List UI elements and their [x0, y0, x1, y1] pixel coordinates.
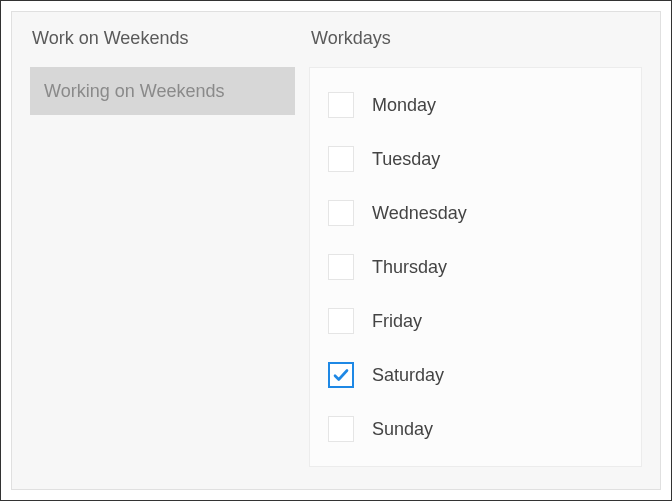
- day-label-sunday: Sunday: [372, 419, 433, 440]
- working-on-weekends-input[interactable]: Working on Weekends: [30, 67, 295, 115]
- work-on-weekends-column: Work on Weekends Working on Weekends: [30, 28, 295, 473]
- day-row-tuesday[interactable]: Tuesday: [310, 132, 641, 186]
- day-row-sunday[interactable]: Sunday: [310, 402, 641, 456]
- day-label-monday: Monday: [372, 95, 436, 116]
- checkbox-tuesday[interactable]: [328, 146, 354, 172]
- working-on-weekends-placeholder: Working on Weekends: [44, 81, 224, 102]
- checkbox-thursday[interactable]: [328, 254, 354, 280]
- outer-frame: Work on Weekends Working on Weekends Wor…: [0, 0, 672, 501]
- day-row-thursday[interactable]: Thursday: [310, 240, 641, 294]
- day-label-thursday: Thursday: [372, 257, 447, 278]
- workdays-title: Workdays: [309, 28, 642, 49]
- checkbox-saturday[interactable]: [328, 362, 354, 388]
- check-icon: [332, 366, 350, 384]
- day-label-wednesday: Wednesday: [372, 203, 467, 224]
- day-row-monday[interactable]: Monday: [310, 78, 641, 132]
- day-label-friday: Friday: [372, 311, 422, 332]
- day-label-tuesday: Tuesday: [372, 149, 440, 170]
- workdays-list: Monday Tuesday Wednesday: [309, 67, 642, 467]
- settings-panel: Work on Weekends Working on Weekends Wor…: [11, 11, 661, 490]
- day-label-saturday: Saturday: [372, 365, 444, 386]
- day-row-friday[interactable]: Friday: [310, 294, 641, 348]
- day-row-wednesday[interactable]: Wednesday: [310, 186, 641, 240]
- checkbox-monday[interactable]: [328, 92, 354, 118]
- checkbox-friday[interactable]: [328, 308, 354, 334]
- checkbox-sunday[interactable]: [328, 416, 354, 442]
- workdays-column: Workdays Monday Tuesday: [309, 28, 642, 473]
- checkbox-wednesday[interactable]: [328, 200, 354, 226]
- day-row-saturday[interactable]: Saturday: [310, 348, 641, 402]
- work-on-weekends-title: Work on Weekends: [30, 28, 295, 49]
